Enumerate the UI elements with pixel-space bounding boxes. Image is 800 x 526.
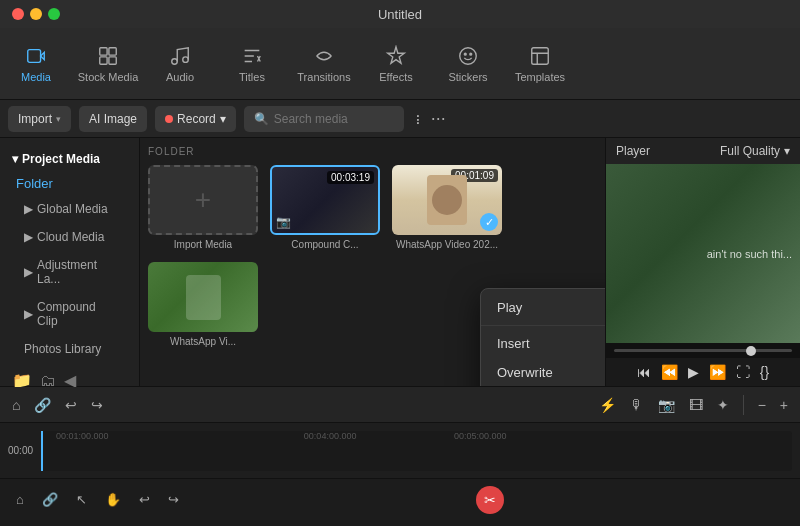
whatsapp2-label: WhatsApp Vi... xyxy=(148,336,258,347)
toolbar-item-templates[interactable]: Templates xyxy=(504,30,576,98)
whatsapp2-thumb[interactable] xyxy=(148,262,258,332)
sidebar-section-label: Project Media xyxy=(22,152,100,166)
sidebar-item-label: Cloud Media xyxy=(37,230,104,244)
timeline-content: 00:00 00:01:00.000 00:04:00.000 00:05:00… xyxy=(0,423,800,478)
step-back-button[interactable]: ⏪ xyxy=(661,364,678,380)
bottom-undo-button[interactable]: ↩ xyxy=(133,488,156,511)
main-toolbar: Media Stock Media Audio Titles Transitio… xyxy=(0,28,800,100)
timeline-speed-button[interactable]: ⚡ xyxy=(595,393,620,417)
sidebar: ▾ Project Media Folder ▶ Global Media ▶ … xyxy=(0,138,140,386)
ai-image-button[interactable]: AI Image xyxy=(79,106,147,132)
minimize-button[interactable] xyxy=(30,8,42,20)
zoom-in-button[interactable]: + xyxy=(776,393,792,417)
record-button[interactable]: Record ▾ xyxy=(155,106,236,132)
ctx-play[interactable]: Play xyxy=(481,293,605,322)
search-field[interactable]: 🔍 xyxy=(244,106,404,132)
record-arrow-icon: ▾ xyxy=(220,112,226,126)
ctx-separator-1 xyxy=(481,325,605,326)
bottom-link-button[interactable]: 🔗 xyxy=(36,488,64,511)
bottom-hand-button[interactable]: ✋ xyxy=(99,488,127,511)
progress-track[interactable] xyxy=(614,349,792,352)
window-controls xyxy=(12,8,60,20)
svg-rect-11 xyxy=(532,47,549,64)
timeline-redo-button[interactable]: ↪ xyxy=(87,393,107,417)
checkmark-icon: ✓ xyxy=(480,213,498,231)
timeline-effect-button[interactable]: ✦ xyxy=(713,393,733,417)
compound-thumb[interactable]: 00:03:19 📷 xyxy=(270,165,380,235)
bottom-home-button[interactable]: ⌂ xyxy=(10,488,30,511)
playhead[interactable] xyxy=(41,431,43,471)
transitions-label: Transitions xyxy=(297,71,350,83)
sidebar-item-cloud-media[interactable]: ▶ Cloud Media xyxy=(4,224,135,250)
progress-thumb[interactable] xyxy=(746,346,756,356)
svg-rect-0 xyxy=(28,49,41,62)
toolbar-item-effects[interactable]: Effects xyxy=(360,30,432,98)
filter-button[interactable]: ⫶ xyxy=(412,109,423,129)
templates-label: Templates xyxy=(515,71,565,83)
sidebar-item-global-media[interactable]: ▶ Global Media xyxy=(4,196,135,222)
timeline-audio-button[interactable]: 🎙 xyxy=(626,393,648,417)
secondary-toolbar: Import ▾ AI Image Record ▾ 🔍 ⫶ ··· xyxy=(0,100,800,138)
ctx-overwrite[interactable]: Overwrite ⇧⌘O xyxy=(481,358,605,386)
svg-point-6 xyxy=(172,58,178,64)
timeline-clip-button[interactable]: 🎞 xyxy=(685,393,707,417)
audio-icon xyxy=(169,45,191,67)
player-progress-bar[interactable] xyxy=(606,343,800,358)
compound-clip-item[interactable]: 00:03:19 📷 Compound C... xyxy=(270,165,380,250)
import-label: Import Media xyxy=(148,239,258,250)
whatsapp1-thumb[interactable]: 00:01:09 ✓ xyxy=(392,165,502,235)
sidebar-arrow-icon: ▶ xyxy=(24,307,33,321)
quality-selector[interactable]: Full Quality ▾ xyxy=(720,144,790,158)
more-player-button[interactable]: {} xyxy=(760,364,769,380)
import-media-item[interactable]: + Import Media xyxy=(148,165,258,250)
sidebar-section-header[interactable]: ▾ Project Media xyxy=(0,146,139,172)
toolbar-item-media[interactable]: Media xyxy=(0,30,72,98)
ctx-play-label: Play xyxy=(497,300,522,315)
rewind-button[interactable]: ⏮ xyxy=(637,364,651,380)
ctx-insert[interactable]: Insert ⇧⌘I xyxy=(481,329,605,358)
timeline-camera-button[interactable]: 📷 xyxy=(654,393,679,417)
player-panel: Player Full Quality ▾ ain't no such thi.… xyxy=(605,138,800,386)
sidebar-item-compound[interactable]: ▶ Compound Clip xyxy=(4,294,135,334)
sidebar-item-adjustment[interactable]: ▶ Adjustment La... xyxy=(4,252,135,292)
toolbar-item-stock[interactable]: Stock Media xyxy=(72,30,144,98)
toolbar-item-stickers[interactable]: Stickers xyxy=(432,30,504,98)
camera-icon: 📷 xyxy=(276,215,291,229)
bottom-redo-button[interactable]: ↪ xyxy=(162,488,185,511)
sidebar-arrow-icon: ▶ xyxy=(24,265,33,279)
titlebar: Untitled xyxy=(0,0,800,28)
import-button[interactable]: Import ▾ xyxy=(8,106,71,132)
more-button[interactable]: ··· xyxy=(431,108,446,129)
toolbar-item-audio[interactable]: Audio xyxy=(144,30,216,98)
content-area: FOLDER + Import Media 00:03:19 📷 Compoun… xyxy=(140,138,605,386)
search-input[interactable] xyxy=(274,112,394,126)
scissors-button[interactable]: ✂ xyxy=(476,486,504,514)
sidebar-arrow-icon: ▶ xyxy=(24,230,33,244)
sidebar-item-photos[interactable]: Photos Library xyxy=(4,336,135,362)
folder-label: FOLDER xyxy=(148,146,597,157)
close-button[interactable] xyxy=(12,8,24,20)
step-forward-button[interactable]: ⏩ xyxy=(709,364,726,380)
app-title: Untitled xyxy=(378,7,422,22)
zoom-out-button[interactable]: − xyxy=(754,393,770,417)
context-menu: Play Insert ⇧⌘I Overwrite ⇧⌘O Append Add… xyxy=(480,288,605,386)
stickers-icon xyxy=(457,45,479,67)
timeline-snap-button[interactable]: 🔗 xyxy=(30,393,55,417)
main-area: ▾ Project Media Folder ▶ Global Media ▶ … xyxy=(0,138,800,386)
player-video-text: ain't no such thi... xyxy=(707,248,792,260)
media-label: Media xyxy=(21,71,51,83)
timeline-home-button[interactable]: ⌂ xyxy=(8,393,24,417)
timeline-ruler[interactable]: 00:01:00.000 00:04:00.000 00:05:00.000 xyxy=(41,431,792,471)
toolbar-item-transitions[interactable]: Transitions xyxy=(288,30,360,98)
timeline-undo-button[interactable]: ↩ xyxy=(61,393,81,417)
toolbar-item-titles[interactable]: Titles xyxy=(216,30,288,98)
play-button[interactable]: ▶ xyxy=(688,364,699,380)
whatsapp1-item[interactable]: 00:01:09 ✓ WhatsApp Video 202... xyxy=(392,165,502,250)
import-thumb[interactable]: + xyxy=(148,165,258,235)
quality-arrow-icon: ▾ xyxy=(784,144,790,158)
search-icon: 🔍 xyxy=(254,112,269,126)
maximize-button[interactable] xyxy=(48,8,60,20)
fullscreen-button[interactable]: ⛶ xyxy=(736,364,750,380)
whatsapp2-item[interactable]: WhatsApp Vi... xyxy=(148,262,258,347)
bottom-pointer-button[interactable]: ↖ xyxy=(70,488,93,511)
